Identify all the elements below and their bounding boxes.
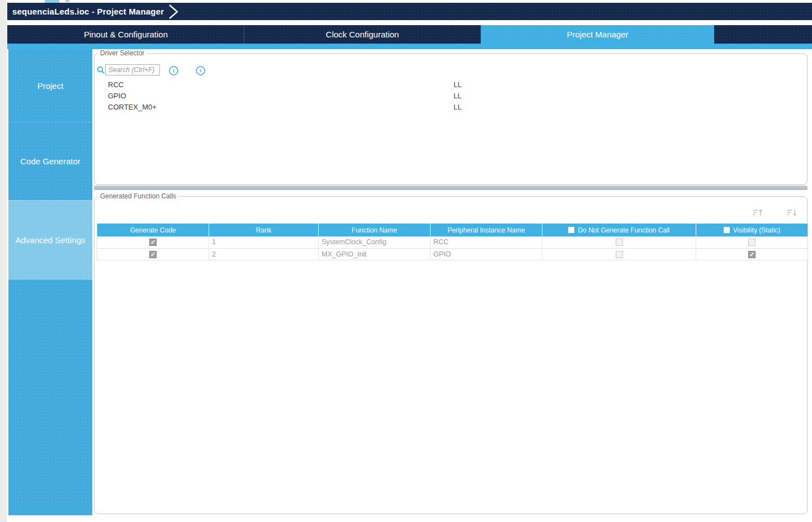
sidebar-item-advanced-settings[interactable]: Advanced Settings xyxy=(8,200,92,279)
driver-row-rcc[interactable]: RCC LL xyxy=(95,79,807,91)
visibility-static-checkbox[interactable] xyxy=(748,239,756,246)
project-manager-sidebar: Project Code Generator Advanced Settings xyxy=(8,49,92,515)
next-match-icon[interactable]: › xyxy=(196,66,205,75)
peripheral-name: RCC xyxy=(108,80,124,89)
main-tab-bar: Pinout & Configuration Clock Configurati… xyxy=(7,25,812,44)
cell-peripheral-instance: RCC xyxy=(431,236,542,248)
search-input[interactable] xyxy=(105,64,160,75)
peripheral-name: GPIO xyxy=(108,92,126,100)
stm32cubemx-window: sequenciaLeds.ioc - Project Manager Pino… xyxy=(0,0,812,522)
sort-descending-icon[interactable] xyxy=(787,209,797,216)
panel-splitter-handle[interactable] xyxy=(94,186,808,190)
table-row: 2 MX_GPIO_Init GPIO xyxy=(97,248,808,260)
generated-function-calls-panel: Generated Function Calls Generate Code xyxy=(94,192,808,514)
column-header-function-name[interactable]: Function Name xyxy=(319,224,431,236)
sidebar-filler xyxy=(8,279,92,515)
clipped-ui-fragment xyxy=(65,0,69,2)
driver-value[interactable]: LL xyxy=(454,80,461,89)
visibility-static-all-checkbox[interactable] xyxy=(724,227,730,233)
generated-function-calls-panel-title: Generated Function Calls xyxy=(98,192,178,200)
tab-clock-configuration[interactable]: Clock Configuration xyxy=(244,25,481,44)
page-title: sequenciaLeds.ioc - Project Manager xyxy=(7,7,164,16)
breadcrumb: sequenciaLeds.ioc - Project Manager xyxy=(7,3,812,20)
generated-function-calls-table: Generate Code Rank Function Name Periphe… xyxy=(97,224,808,260)
do-not-generate-checkbox[interactable] xyxy=(616,239,623,246)
driver-row-cortex-m0plus[interactable]: CORTEX_M0+ LL xyxy=(95,102,807,113)
driver-row-gpio[interactable]: GPIO LL xyxy=(95,91,807,102)
breadcrumb-chevron-icon xyxy=(168,4,180,21)
generate-code-checkbox[interactable] xyxy=(149,239,157,246)
do-not-generate-checkbox[interactable] xyxy=(616,251,623,258)
table-header-row: Generate Code Rank Function Name Periphe… xyxy=(97,224,808,236)
column-header-label: Visibility (Static) xyxy=(733,226,780,234)
cell-peripheral-instance: GPIO xyxy=(431,248,542,260)
cell-rank: 1 xyxy=(209,236,319,248)
tab-project-manager[interactable]: Project Manager xyxy=(481,25,714,44)
visibility-static-checkbox[interactable] xyxy=(748,251,756,258)
column-header-generate-code[interactable]: Generate Code xyxy=(97,224,209,236)
peripheral-name: CORTEX_M0+ xyxy=(108,103,157,111)
column-header-label: Do Not Generate Function Call xyxy=(578,226,669,234)
column-header-visibility-static[interactable]: Visibility (Static) xyxy=(696,224,808,236)
cell-rank: 2 xyxy=(209,248,319,260)
left-gutter xyxy=(0,0,7,522)
active-tab-strip xyxy=(7,44,812,49)
driver-value[interactable]: LL xyxy=(454,103,461,111)
driver-selector-panel: Driver Selector ‹ › RCC LL GPIO LL CORTE… xyxy=(94,49,808,185)
previous-match-icon[interactable]: ‹ xyxy=(169,66,178,75)
generate-code-checkbox[interactable] xyxy=(149,251,157,258)
cell-function-name: SystemClock_Config xyxy=(319,236,431,248)
cell-function-name: MX_GPIO_Init xyxy=(319,248,431,260)
driver-selector-panel-title: Driver Selector xyxy=(98,49,147,57)
column-header-peripheral-instance-name[interactable]: Peripheral Instance Name xyxy=(431,224,542,236)
sidebar-item-code-generator[interactable]: Code Generator xyxy=(8,122,92,200)
tab-pinout-configuration[interactable]: Pinout & Configuration xyxy=(8,25,244,44)
do-not-generate-all-checkbox[interactable] xyxy=(568,227,574,233)
driver-value[interactable]: LL xyxy=(454,92,461,100)
column-header-do-not-generate-function-call[interactable]: Do Not Generate Function Call xyxy=(542,224,696,236)
sort-ascending-icon[interactable] xyxy=(753,209,763,216)
sort-controls xyxy=(753,209,797,216)
sidebar-item-project[interactable]: Project xyxy=(8,49,92,122)
search-icon xyxy=(97,66,105,77)
table-row: 1 SystemClock_Config RCC xyxy=(97,236,808,248)
column-header-rank[interactable]: Rank xyxy=(209,224,319,236)
